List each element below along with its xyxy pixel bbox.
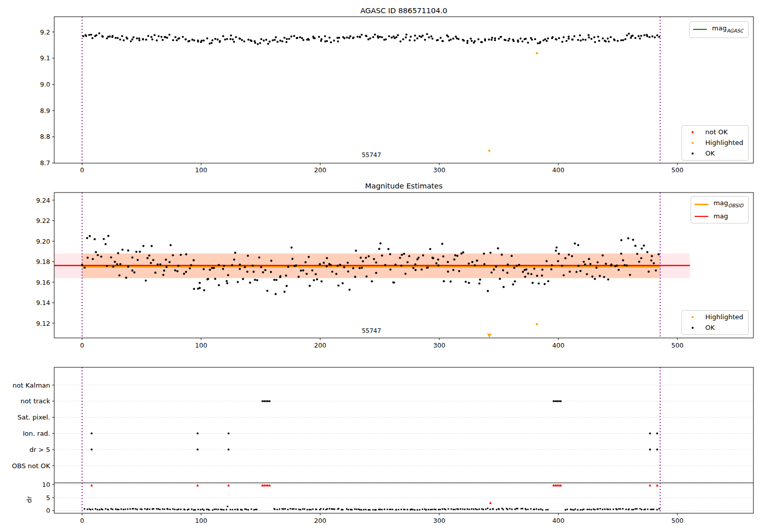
dr-trace-point (140, 508, 141, 510)
ok-point (233, 41, 235, 43)
x-tick-label: 400 (552, 341, 564, 349)
ok-point (478, 283, 480, 285)
dr-trace-point (105, 508, 106, 510)
flag-point (267, 400, 269, 402)
ok-point (254, 42, 256, 44)
charts-canvas: 01002003004005008.78.88.99.09.19.2 01002… (0, 0, 760, 532)
ok-point (558, 253, 560, 255)
ok-point (432, 37, 434, 40)
ok-point (452, 37, 454, 40)
ok-point (494, 39, 496, 41)
ok-point (483, 263, 485, 265)
matplotlib-figure: 01002003004005008.78.88.99.09.19.2 01002… (0, 0, 760, 532)
ok-point (568, 271, 571, 273)
dr-trace-point (90, 509, 91, 510)
ok-point (453, 258, 455, 260)
dr-trace-point (320, 508, 322, 509)
ok-point (474, 40, 476, 42)
ok-point (432, 257, 434, 259)
dr-trace-point (634, 508, 636, 510)
ok-point (162, 39, 164, 41)
ok-point (270, 260, 272, 262)
ok-point (354, 276, 356, 278)
ok-point (127, 265, 129, 268)
ok-point (247, 39, 249, 41)
dr-trace-point (426, 509, 427, 511)
dr-trace-point (447, 508, 449, 510)
dr-trace-point (566, 509, 568, 510)
ok-point (658, 36, 660, 38)
ok-point (552, 36, 554, 38)
ok-point (417, 256, 420, 258)
ok-point (150, 245, 153, 247)
dr-trace-point (203, 509, 205, 511)
dr-trace-point (392, 509, 393, 510)
highlighted-point (536, 323, 538, 325)
ok-point (349, 289, 351, 291)
dr-trace-point (256, 509, 257, 510)
ok-point (235, 36, 237, 38)
dr-trace-point (225, 509, 227, 510)
legend-marker-sample (692, 316, 694, 318)
dr-trace-point (514, 509, 516, 510)
ok-point (250, 40, 252, 42)
ok-point (283, 36, 285, 39)
ok-point (203, 268, 205, 270)
ok-point (142, 38, 144, 40)
ok-point (527, 42, 529, 44)
ok-point (441, 243, 443, 245)
ok-point (323, 262, 325, 264)
ok-point (582, 39, 584, 41)
ok-point (133, 36, 135, 39)
ok-point (616, 264, 618, 267)
ok-point (487, 290, 489, 292)
ok-point (655, 270, 657, 272)
ok-point (574, 35, 576, 37)
ok-point (413, 40, 415, 42)
ok-point (632, 34, 634, 36)
ok-point (244, 266, 246, 268)
ok-point (82, 35, 84, 37)
y-tick-label: 9.14 (36, 299, 50, 307)
ok-point (555, 250, 557, 252)
ok-point (320, 40, 322, 42)
ok-point (286, 285, 288, 287)
ok-point (247, 255, 249, 257)
ok-point (458, 38, 460, 40)
ok-point (651, 35, 653, 37)
x-tick-label: 300 (433, 166, 445, 174)
ok-point (326, 265, 328, 268)
dr-trace-point (149, 508, 150, 510)
ok-point (632, 239, 634, 241)
x-tick-label: 200 (314, 166, 326, 174)
ok-point (359, 35, 361, 37)
bottom-plot-flags: 0100200300400500not Kalmannot trackSat. … (12, 367, 754, 524)
ok-point (378, 248, 380, 250)
ok-point (182, 36, 184, 38)
ok-point (622, 39, 624, 41)
dr-trace-point (188, 509, 189, 510)
ok-point (562, 36, 564, 39)
ok-point (527, 273, 529, 275)
dr-trace-point (525, 509, 527, 510)
ok-point (176, 39, 178, 41)
legend-marker-sample (692, 131, 694, 133)
dr-trace-point (572, 509, 573, 510)
dr-trace-point (97, 509, 98, 510)
ok-point (94, 238, 96, 240)
ok-point (429, 248, 431, 250)
ok-point (337, 41, 339, 43)
ok-point (525, 37, 527, 40)
ok-point (320, 280, 322, 282)
ok-point (201, 40, 203, 42)
ok-point (500, 36, 502, 38)
dr-trace-point (167, 508, 169, 510)
ok-point (230, 38, 232, 40)
dr-trace-point (356, 508, 357, 510)
ok-point (603, 276, 605, 278)
ok-point (275, 36, 277, 39)
ok-point (185, 253, 187, 255)
dr-trace-point (414, 509, 415, 511)
ok-point (387, 248, 389, 250)
ok-point (428, 36, 430, 39)
